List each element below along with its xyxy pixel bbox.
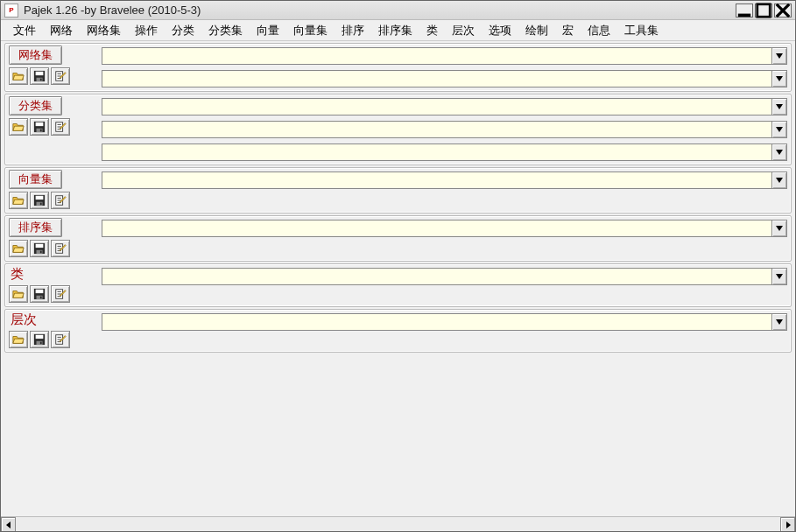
main-window: P Pajek 1.26 -by Bravelee (2010-5-3) 文件 …	[0, 0, 796, 532]
menu-file[interactable]: 文件	[6, 21, 43, 40]
combo-input[interactable]	[102, 269, 771, 284]
window-buttons	[736, 4, 792, 18]
open-icon[interactable]	[9, 331, 28, 348]
combo-5-0[interactable]	[102, 313, 787, 331]
menu-vectors[interactable]: 向量集	[286, 21, 335, 40]
chevron-down-icon[interactable]	[771, 144, 786, 160]
scroll-right-button[interactable]	[780, 517, 795, 531]
panel-label: 类	[9, 266, 93, 284]
panel-1: 分类集	[4, 94, 792, 165]
svg-marker-62	[786, 522, 791, 528]
svg-rect-46	[40, 297, 42, 299]
menu-tools[interactable]: 工具集	[617, 21, 666, 40]
combo-0-0[interactable]	[102, 47, 787, 65]
menu-partitions[interactable]: 分类集	[201, 21, 250, 40]
panel-0: 网络集	[4, 43, 792, 92]
horizontal-scrollbar[interactable]	[1, 516, 795, 531]
combo-input[interactable]	[102, 122, 771, 137]
panel-right	[102, 312, 787, 348]
save-icon[interactable]	[30, 331, 49, 348]
icon-row	[9, 118, 93, 136]
combo-1-1[interactable]	[102, 121, 787, 138]
chevron-down-icon[interactable]	[771, 269, 786, 284]
save-icon[interactable]	[30, 67, 49, 85]
svg-rect-53	[36, 335, 44, 339]
scroll-left-button[interactable]	[1, 517, 16, 531]
edit-icon[interactable]	[51, 67, 70, 85]
svg-marker-13	[776, 76, 783, 81]
combo-3-0[interactable]	[102, 220, 787, 237]
scroll-track[interactable]	[16, 517, 780, 531]
combo-4-0[interactable]	[102, 268, 787, 285]
chevron-down-icon[interactable]	[771, 220, 786, 236]
menu-partition[interactable]: 分类	[165, 21, 201, 40]
combo-1-2[interactable]	[102, 144, 787, 161]
edit-icon[interactable]	[51, 118, 70, 136]
menu-permutation[interactable]: 排序	[335, 21, 371, 40]
panel-2: 向量集	[4, 167, 792, 214]
menu-macro[interactable]: 宏	[555, 21, 581, 40]
open-icon[interactable]	[9, 192, 28, 209]
combo-input[interactable]	[102, 48, 771, 64]
panel-4: 类	[4, 263, 792, 307]
menu-hierarchy[interactable]: 层次	[445, 21, 482, 40]
chevron-down-icon[interactable]	[771, 172, 786, 188]
maximize-button[interactable]	[755, 4, 772, 18]
combo-input[interactable]	[102, 71, 771, 87]
save-icon[interactable]	[30, 118, 49, 136]
menu-vector[interactable]: 向量	[250, 21, 286, 40]
edit-icon[interactable]	[51, 192, 70, 209]
panel-label[interactable]: 网络集	[9, 46, 62, 65]
open-icon[interactable]	[9, 118, 28, 136]
menu-cluster[interactable]: 类	[419, 21, 445, 40]
edit-icon[interactable]	[51, 240, 70, 257]
panel-3: 排序集	[4, 215, 792, 262]
open-icon[interactable]	[9, 240, 28, 257]
icon-row	[9, 285, 93, 303]
chevron-down-icon[interactable]	[771, 71, 786, 87]
panels-container: 网络集分类集向量集排序集类层次	[1, 41, 795, 516]
menu-networks[interactable]: 网络集	[80, 21, 128, 40]
menu-draw[interactable]: 绘制	[518, 21, 555, 40]
svg-rect-35	[36, 244, 44, 248]
save-icon[interactable]	[30, 240, 49, 257]
open-icon[interactable]	[9, 67, 28, 85]
chevron-down-icon[interactable]	[771, 99, 786, 115]
save-icon[interactable]	[30, 285, 49, 303]
combo-input[interactable]	[102, 314, 771, 330]
panel-5: 层次	[4, 309, 792, 353]
combo-input[interactable]	[102, 220, 771, 236]
chevron-down-icon[interactable]	[771, 314, 786, 330]
combo-2-0[interactable]	[102, 172, 787, 189]
edit-icon[interactable]	[51, 331, 70, 348]
app-icon: P	[4, 4, 18, 18]
menubar: 文件 网络 网络集 操作 分类 分类集 向量 向量集 排序 排序集 类 层次 选…	[1, 20, 795, 41]
svg-rect-5	[36, 72, 44, 75]
panel-label[interactable]: 向量集	[9, 170, 62, 189]
panel-label[interactable]: 分类集	[9, 96, 62, 116]
menu-network[interactable]: 网络	[43, 21, 80, 40]
combo-input[interactable]	[102, 172, 771, 188]
chevron-down-icon[interactable]	[771, 48, 786, 64]
panel-right	[102, 170, 787, 209]
menu-info[interactable]: 信息	[581, 21, 617, 40]
svg-marker-12	[776, 53, 783, 59]
chevron-down-icon[interactable]	[771, 122, 786, 137]
menu-options[interactable]: 选项	[482, 21, 518, 40]
panel-right	[102, 218, 787, 257]
close-button[interactable]	[774, 4, 792, 18]
combo-input[interactable]	[102, 99, 771, 115]
icon-row	[9, 67, 93, 85]
minimize-button[interactable]	[736, 4, 753, 18]
save-icon[interactable]	[30, 192, 49, 209]
combo-1-0[interactable]	[102, 98, 787, 116]
open-icon[interactable]	[9, 285, 28, 303]
combo-input[interactable]	[102, 144, 771, 160]
menu-permutations[interactable]: 排序集	[371, 21, 419, 40]
menu-operations[interactable]: 操作	[128, 21, 165, 40]
combo-0-1[interactable]	[102, 70, 787, 88]
svg-marker-61	[6, 522, 11, 528]
edit-icon[interactable]	[51, 285, 70, 303]
window-title: Pajek 1.26 -by Bravelee (2010-5-3)	[24, 4, 736, 17]
panel-label[interactable]: 排序集	[9, 218, 62, 237]
